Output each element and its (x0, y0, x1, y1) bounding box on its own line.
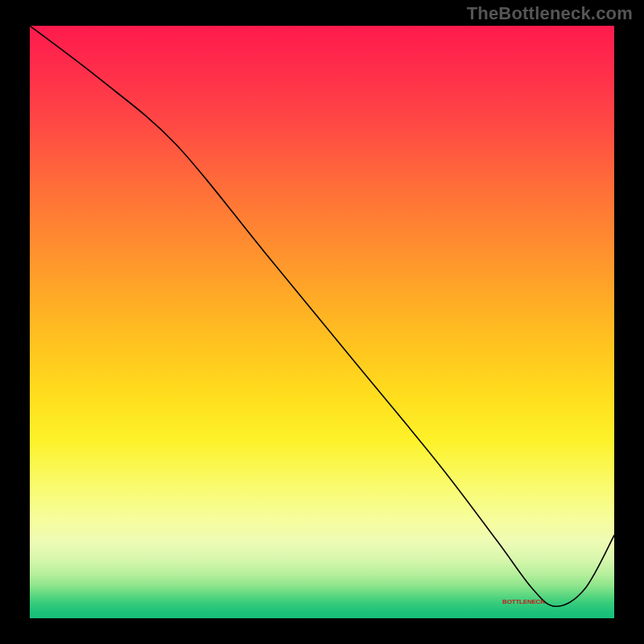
plot-area: BOTTLENECK (30, 26, 614, 618)
annotation-label: BOTTLENECK (502, 598, 545, 605)
chart-frame: TheBottleneck.com BOTTLENECK (0, 0, 644, 644)
watermark-text: TheBottleneck.com (467, 3, 633, 24)
bottleneck-curve: BOTTLENECK (30, 26, 614, 618)
curve-path (30, 26, 614, 606)
